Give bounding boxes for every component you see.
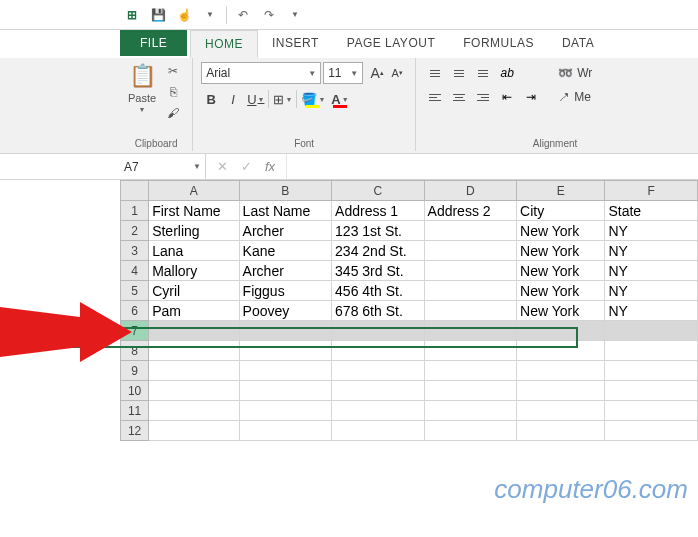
cell[interactable] [332,361,424,381]
cell[interactable]: NY [605,261,698,281]
row-header[interactable]: 5 [121,281,149,301]
cell[interactable] [517,421,605,441]
cell[interactable]: Kane [239,241,331,261]
cell[interactable]: NY [605,241,698,261]
cell[interactable] [239,341,331,361]
row-header[interactable]: 12 [121,421,149,441]
font-size-combo[interactable]: 11 ▼ [323,62,363,84]
column-header-A[interactable]: A [149,181,239,201]
paste-button[interactable]: Paste [128,92,156,104]
cell[interactable] [517,361,605,381]
font-color-button[interactable]: A▼ [329,88,350,110]
row-header[interactable]: 10 [121,381,149,401]
tab-formulas[interactable]: FORMULAS [449,30,548,58]
cell[interactable] [424,321,516,341]
tab-home[interactable]: HOME [190,30,258,58]
align-center-icon[interactable] [448,86,470,108]
column-header-F[interactable]: F [605,181,698,201]
increase-font-icon[interactable]: A▴ [367,62,387,84]
cell[interactable] [149,401,239,421]
customize-dropdown-icon[interactable]: ▼ [283,4,307,26]
cell[interactable]: New York [517,261,605,281]
cell[interactable] [605,401,698,421]
decrease-font-icon[interactable]: A▾ [387,62,407,84]
cell[interactable]: NY [605,281,698,301]
paste-dropdown-icon[interactable]: ▼ [139,106,146,113]
cell[interactable]: Mallory [149,261,239,281]
row-header[interactable]: 3 [121,241,149,261]
cell[interactable] [424,281,516,301]
cell[interactable] [149,421,239,441]
column-header-E[interactable]: E [517,181,605,201]
copy-icon[interactable]: ⎘ [162,83,184,101]
decrease-indent-icon[interactable]: ⇤ [496,86,518,108]
cell[interactable] [424,241,516,261]
fill-color-button[interactable]: 🪣▼ [299,88,327,110]
cell[interactable] [239,381,331,401]
cell[interactable] [424,361,516,381]
cell[interactable]: 678 6th St. [332,301,424,321]
row-header[interactable]: 11 [121,401,149,421]
row-header[interactable]: 2 [121,221,149,241]
cell[interactable] [424,341,516,361]
cell[interactable] [605,361,698,381]
increase-indent-icon[interactable]: ⇥ [520,86,542,108]
cell[interactable] [517,381,605,401]
align-middle-icon[interactable] [448,62,470,84]
cell[interactable] [605,341,698,361]
cell[interactable]: State [605,201,698,221]
align-bottom-icon[interactable] [472,62,494,84]
cell[interactable] [424,301,516,321]
tab-file[interactable]: FILE [120,30,187,56]
cell[interactable] [424,381,516,401]
cell[interactable]: NY [605,221,698,241]
cell[interactable]: New York [517,301,605,321]
cell[interactable] [239,421,331,441]
row-header[interactable]: 1 [121,201,149,221]
cell[interactable] [517,401,605,421]
enter-icon[interactable]: ✓ [234,155,258,179]
cell[interactable] [332,341,424,361]
italic-button[interactable]: I [223,88,243,110]
cell[interactable] [239,361,331,381]
cell[interactable]: City [517,201,605,221]
cell[interactable]: Pam [149,301,239,321]
cell[interactable] [424,261,516,281]
merge-center-button[interactable]: ⭧Me [554,86,596,108]
cell[interactable]: NY [605,301,698,321]
align-top-icon[interactable] [424,62,446,84]
cell[interactable]: New York [517,221,605,241]
cell[interactable]: Archer [239,261,331,281]
select-all-corner[interactable] [121,181,149,201]
cell[interactable] [149,321,239,341]
cell[interactable]: First Name [149,201,239,221]
font-family-combo[interactable]: Arial ▼ [201,62,321,84]
cell[interactable] [605,321,698,341]
save-icon[interactable]: 💾 [146,4,170,26]
cell[interactable] [332,401,424,421]
cell[interactable] [605,421,698,441]
cell[interactable] [332,381,424,401]
cell[interactable] [424,221,516,241]
cancel-icon[interactable]: ✕ [210,155,234,179]
cell[interactable] [517,341,605,361]
cell[interactable]: 234 2nd St. [332,241,424,261]
tab-insert[interactable]: INSERT [258,30,333,58]
align-left-icon[interactable] [424,86,446,108]
cell[interactable] [149,361,239,381]
cell[interactable] [239,321,331,341]
cell[interactable]: Last Name [239,201,331,221]
cell[interactable] [332,421,424,441]
qat-dropdown-icon[interactable]: ▼ [198,4,222,26]
insert-function-icon[interactable]: fx [258,155,282,179]
cell[interactable] [239,401,331,421]
cell[interactable] [149,381,239,401]
cell[interactable]: Sterling [149,221,239,241]
format-painter-icon[interactable]: 🖌 [162,104,184,122]
cell[interactable] [149,341,239,361]
cell[interactable]: Figgus [239,281,331,301]
column-header-B[interactable]: B [239,181,331,201]
bold-button[interactable]: B [201,88,221,110]
formula-input[interactable] [287,154,698,179]
cell[interactable]: 123 1st St. [332,221,424,241]
